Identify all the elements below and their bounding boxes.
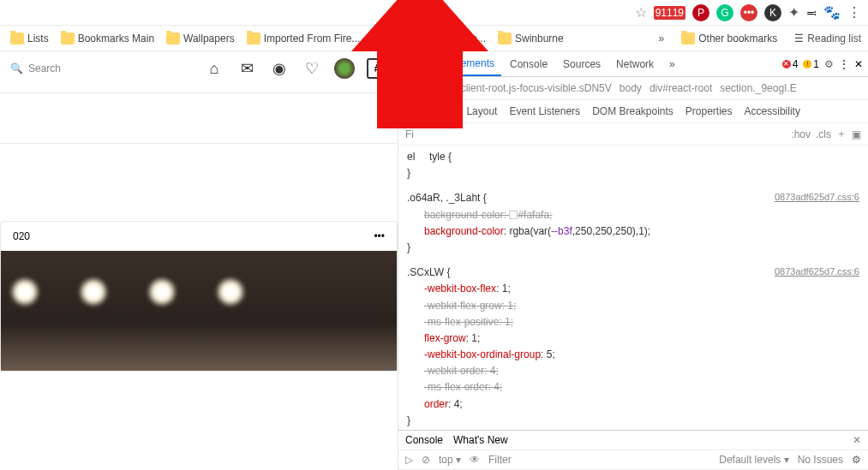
warning-count[interactable]: !1 <box>803 58 819 70</box>
instagram-nav: 🔍 Search ⌂ ✉ ◉ ♡ # <box>0 51 398 86</box>
drawer-tab-console[interactable]: Console <box>405 434 443 446</box>
post-image[interactable] <box>1 251 397 371</box>
devtools-menu-icon[interactable]: ⋮ <box>839 58 849 70</box>
error-count[interactable]: ✕4 <box>782 58 799 70</box>
folder-icon <box>166 33 180 45</box>
source-link[interactable]: 0873adf625d7.css:6 <box>775 190 859 205</box>
avatar[interactable] <box>334 58 355 79</box>
tab-event-listeners[interactable]: Event Listeners <box>509 105 580 117</box>
eye-icon[interactable]: 👁 <box>470 454 480 466</box>
post-date: 020 <box>13 230 30 242</box>
styles-tabs: Computed Layout Event Listeners DOM Brea… <box>398 100 868 123</box>
heart-icon[interactable]: ♡ <box>302 58 322 79</box>
log-levels[interactable]: Default levels ▾ <box>719 454 788 466</box>
extensions-icon[interactable]: ✦ <box>788 4 799 21</box>
tab-console[interactable]: Console <box>503 53 554 75</box>
paw-icon[interactable]: 🐾 <box>823 4 841 21</box>
console-filter-input[interactable]: Filter <box>488 454 512 466</box>
bookmark-item[interactable]: Lists <box>7 31 52 46</box>
bookmarks-overflow[interactable]: » <box>659 33 665 45</box>
tab-dom-breakpoints[interactable]: DOM Breakpoints <box>592 105 673 117</box>
bookmark-item[interactable]: Bookmarks Main <box>57 31 158 46</box>
dom-breadcrumb[interactable]: js.logged-in.client-root.js-focus-visibl… <box>398 77 868 100</box>
home-icon[interactable]: ⌂ <box>204 58 224 79</box>
search-input[interactable]: 🔍 Search <box>10 62 190 74</box>
extension-k-icon[interactable]: K <box>764 4 781 21</box>
extension-icon[interactable]: ••• <box>740 4 757 21</box>
other-bookmarks[interactable]: Other bookmarks <box>678 31 781 46</box>
console-play-icon[interactable]: ▷ <box>405 454 413 466</box>
messenger-icon[interactable]: ✉ <box>236 58 257 79</box>
settings-icon[interactable]: ⚙ <box>852 454 861 466</box>
source-link[interactable]: 0873adf625d7.css:6 <box>775 265 859 280</box>
list-icon[interactable]: ≕ <box>806 7 817 19</box>
context-selector[interactable]: top ▾ <box>439 454 461 466</box>
bookmark-item[interactable]: Imported From Fire... <box>243 31 364 46</box>
gmail-icon[interactable]: 91119 <box>654 6 685 20</box>
new-rule-icon[interactable]: ＋ <box>836 127 847 141</box>
tab-accessibility[interactable]: Accessibility <box>745 105 800 117</box>
devtools-panel: ⬚ ▭ Elements Console Sources Network » ✕… <box>398 51 868 470</box>
tab-sources[interactable]: Sources <box>556 53 608 75</box>
panel-toggle-icon[interactable]: ▣ <box>852 128 861 140</box>
search-icon: 🔍 <box>10 62 23 74</box>
content-block <box>0 92 398 144</box>
clear-console-icon[interactable]: ⊘ <box>422 454 430 466</box>
folder-icon <box>247 33 260 45</box>
close-icon[interactable]: ✕ <box>854 58 863 70</box>
folder-icon <box>10 33 24 45</box>
drawer-tab-whats-new[interactable]: What's New <box>453 434 508 446</box>
close-icon[interactable]: ✕ <box>853 434 861 446</box>
tab-properties[interactable]: Properties <box>685 105 733 117</box>
annotation-arrow <box>377 51 463 128</box>
star-icon[interactable]: ☆ <box>635 4 647 21</box>
compass-icon[interactable]: ◉ <box>269 58 290 79</box>
hov-toggle[interactable]: :hov <box>791 128 811 140</box>
post-card: 020 ••• <box>0 221 398 372</box>
styles-filter-bar: Fi :hov .cls ＋ ▣ <box>398 123 868 146</box>
post-menu-icon[interactable]: ••• <box>374 230 385 242</box>
tabs-overflow[interactable]: » <box>662 53 682 75</box>
folder-icon <box>61 33 75 45</box>
cls-toggle[interactable]: .cls <box>816 128 831 140</box>
reading-list-icon: ☰ <box>794 33 804 45</box>
folder-icon <box>498 33 512 45</box>
filter-label: Fi <box>405 128 414 140</box>
console-drawer: Console What's New ✕ ▷ ⊘ top ▾ 👁 Filter … <box>398 430 868 470</box>
issues-badge[interactable]: No Issues <box>798 454 843 466</box>
tab-layout[interactable]: Layout <box>466 105 497 117</box>
tab-network[interactable]: Network <box>609 53 661 75</box>
pinterest-icon[interactable]: P <box>692 4 709 21</box>
settings-icon[interactable]: ⚙ <box>824 58 834 70</box>
styles-pane[interactable]: el tyle { } 0873adf625d7.css:6 .o64aR, .… <box>398 146 868 430</box>
folder-icon <box>681 33 695 45</box>
devtools-tabs: ⬚ ▭ Elements Console Sources Network » ✕… <box>398 51 868 77</box>
bookmark-item[interactable]: Wallpapers <box>163 31 238 46</box>
reading-list[interactable]: ☰Reading list <box>794 33 861 45</box>
browser-menu-icon[interactable]: ⋮ <box>847 4 861 21</box>
page-viewport: 🔍 Search ⌂ ✉ ◉ ♡ # 020 ••• <box>0 51 398 470</box>
bookmark-item[interactable]: Swinburne <box>494 31 567 46</box>
grammarly-icon[interactable]: G <box>716 4 733 21</box>
